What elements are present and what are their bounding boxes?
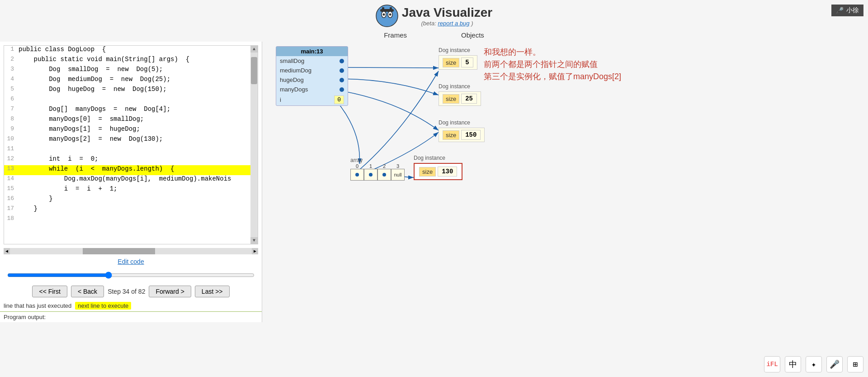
annotation-line3: 第三个是实例化，赋值了manyDogs[2] (484, 71, 621, 83)
line-content-18 (17, 215, 250, 225)
edit-code-link[interactable]: Edit code (118, 258, 144, 265)
dog-size-key-2: size (443, 94, 459, 104)
code-line-3: 3 Dog smallDog = new Dog(5); (4, 66, 250, 76)
report-bug-link[interactable]: report a bug (438, 20, 469, 27)
line-number-11: 11 (4, 145, 17, 155)
program-output: Program output: (0, 311, 262, 322)
bottom-toolbar: iFL 中 ✦ 🎤 ⊞ (764, 356, 863, 372)
nav-buttons: << First < Back Step 34 of 82 Forward > … (0, 283, 262, 300)
array-cell-1 (364, 169, 377, 181)
frame-row-smalldog: smallDog (276, 56, 348, 66)
annotation-line2: 前两个都是两个指针之间的赋值 (484, 58, 621, 71)
code-area[interactable]: 1public class DogLoop {2 public static v… (4, 45, 258, 244)
line-number-16: 16 (4, 195, 17, 205)
scroll-left-arrow[interactable]: ◀ (4, 248, 10, 254)
toolbar-btn-grid[interactable]: ⊞ (847, 356, 863, 372)
array-cell-2 (377, 169, 391, 181)
line-number-2: 2 (4, 56, 17, 66)
dog-size-key-4: size (419, 167, 436, 177)
step-info: Step 34 of 82 (108, 288, 145, 295)
dog-instance-4-label: Dog instance (414, 155, 445, 161)
forward-button[interactable]: Forward > (149, 286, 191, 297)
horizontal-scrollbar[interactable]: ◀ ▶ (4, 248, 258, 254)
code-line-9: 9 manyDogs[1] = hugeDog; (4, 125, 250, 135)
dog-instance-3: Dog instance size 150 (439, 128, 485, 142)
array-cell-3: null (391, 169, 405, 181)
user-name: 小徐 (846, 6, 859, 14)
beta-label: (beta: report a bug ) (402, 20, 492, 27)
first-button[interactable]: << First (32, 286, 67, 297)
frame-var-manydogs: manyDogs (280, 86, 308, 93)
scroll-right-arrow[interactable]: ▶ (252, 248, 258, 254)
scroll-track (10, 248, 252, 254)
array-index-0: 0 (350, 163, 364, 169)
edit-code-section: Edit code (0, 254, 262, 270)
frame-dot-hugedog (340, 78, 344, 82)
line-number-3: 3 (4, 66, 17, 76)
line-number-15: 15 (4, 185, 17, 195)
dog-size-key-3: size (443, 130, 459, 140)
line-content-15: i = i + 1; (17, 185, 250, 195)
program-output-label: Program output: (4, 314, 46, 320)
frame-var-i: i (280, 96, 281, 103)
toolbar-btn-mic[interactable]: 🎤 (826, 356, 843, 372)
vertical-scrollbar[interactable]: ▲ ▼ (250, 46, 258, 244)
dog-size-val-1: 5 (461, 57, 473, 67)
back-button[interactable]: < Back (71, 286, 104, 297)
code-line-10: 10 manyDogs[2] = new Dog(130); (4, 135, 250, 145)
scroll-thumb-h[interactable] (83, 248, 156, 254)
code-line-18: 18 (4, 215, 250, 225)
line-number-14: 14 (4, 175, 17, 185)
scroll-down-arrow[interactable]: ▼ (250, 237, 258, 244)
line-number-7: 7 (4, 105, 17, 115)
line-content-7: Dog[] manyDogs = new Dog[4]; (17, 105, 250, 115)
frame-row-i: i 0 (276, 94, 348, 105)
code-line-17: 17 } (4, 205, 250, 215)
svg-point-4 (389, 14, 391, 16)
frame-dot-smalldog (340, 59, 344, 63)
toolbar-btn-chinese[interactable]: 中 (785, 356, 801, 372)
line-content-17: } (17, 205, 250, 215)
dog-size-val-4: 130 (438, 167, 457, 177)
line-content-16: } (17, 195, 250, 205)
step-range-input[interactable] (7, 272, 255, 279)
scroll-thumb[interactable] (251, 57, 257, 84)
array-label: array (350, 157, 405, 163)
line-number-8: 8 (4, 115, 17, 125)
code-line-2: 2 public static void main(String[] args)… (4, 56, 250, 66)
line-content-5: Dog hugeDog = new Dog(150); (17, 86, 250, 95)
dog-instance-2-label: Dog instance (439, 83, 470, 90)
next-line-badge: next line to execute (75, 302, 131, 310)
array-index-3: 3 (391, 163, 405, 169)
user-corner: 🎤 小徐 (831, 5, 863, 16)
scroll-up-arrow[interactable]: ▲ (250, 46, 258, 52)
line-number-5: 5 (4, 86, 17, 95)
code-line-13: 13 while (i < manyDogs.length) { (4, 165, 250, 175)
line-content-12: int i = 0; (17, 155, 250, 165)
frame-var-mediumdog: mediumDog (280, 67, 311, 74)
frame-val-i: 0 (334, 95, 344, 104)
app-title: Java Visualizer (402, 5, 492, 20)
code-line-15: 15 i = i + 1; (4, 185, 250, 195)
toolbar-btn-dots[interactable]: ✦ (806, 356, 822, 372)
dog-instance-1-label: Dog instance (439, 47, 470, 53)
code-line-8: 8 manyDogs[0] = smallDog; (4, 115, 250, 125)
svg-point-0 (376, 5, 398, 27)
code-line-7: 7 Dog[] manyDogs = new Dog[4]; (4, 105, 250, 115)
line-content-4: Dog mediumDog = new Dog(25); (17, 76, 250, 86)
code-line-1: 1public class DogLoop { (4, 46, 250, 56)
dog-instance-3-label: Dog instance (439, 119, 470, 126)
frame-dot-mediumdog (340, 68, 344, 73)
status-line: line that has just executed next line to… (0, 300, 262, 311)
frame-row-mediumdog: mediumDog (276, 66, 348, 75)
user-icon: 🎤 (836, 7, 844, 14)
last-button[interactable]: Last >> (195, 286, 230, 297)
line-content-14: Dog.maxDog(manyDogs[i], mediumDog).makeN… (17, 175, 250, 185)
step-slider[interactable] (7, 270, 255, 283)
code-line-12: 12 int i = 0; (4, 155, 250, 165)
dog-instance-4-highlighted: Dog instance size 130 (414, 163, 462, 180)
line-number-13: 13 (4, 165, 17, 175)
toolbar-btn-1[interactable]: iFL (764, 356, 780, 372)
line-number-1: 1 (4, 46, 17, 56)
array-box: array 0 1 2 3 null (350, 157, 405, 181)
